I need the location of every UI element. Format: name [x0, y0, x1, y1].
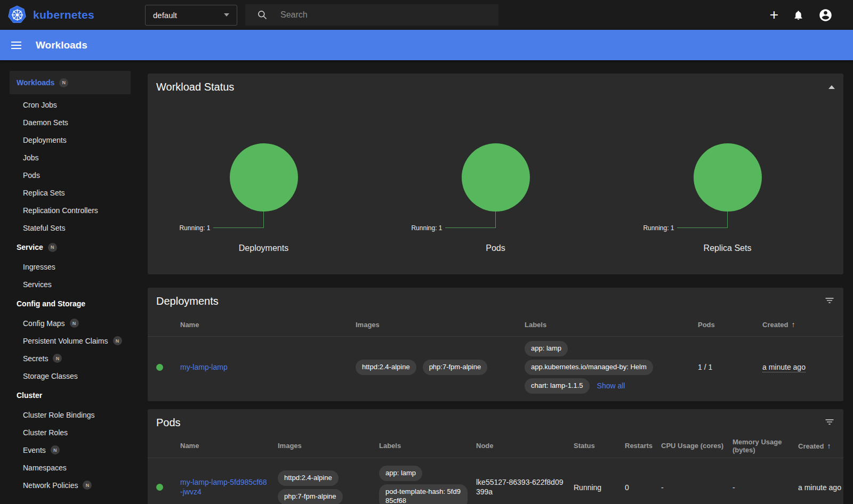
column-header-node[interactable]: Node — [476, 442, 574, 450]
column-header-restarts[interactable]: Restarts — [625, 442, 661, 450]
kubernetes-logo-icon — [7, 4, 28, 26]
pod-name-link[interactable]: my-lamp-lamp-5fd985cf68-jwvz4 — [180, 478, 267, 496]
sidebar-item-workloads[interactable]: WorkloadsN — [10, 71, 131, 94]
sidebar-item-label: Events — [23, 446, 46, 454]
pods-count: 1 / 1 — [698, 363, 762, 371]
notifications-bell-icon[interactable] — [793, 10, 804, 21]
sidebar-item-config-and-storage[interactable]: Config and Storage — [0, 293, 139, 314]
column-header-status[interactable]: Status — [574, 442, 625, 450]
column-header-pods[interactable]: Pods — [698, 321, 762, 329]
sidebar-item-cluster-role-bindings[interactable]: Cluster Role Bindings — [0, 406, 139, 424]
sidebar-item-label: Replica Sets — [23, 189, 65, 197]
chart-title: Pods — [380, 243, 611, 253]
label-chip: app: lamp — [379, 466, 422, 481]
status-ok-icon — [156, 484, 163, 491]
sidebar-item-daemon-sets[interactable]: Daemon Sets — [0, 113, 139, 131]
sidebar-item-cluster[interactable]: Cluster — [0, 385, 139, 406]
column-header-images[interactable]: Images — [278, 442, 379, 450]
table-row: my-lamp-lamp httpd:2.4-alpinephp:7-fpm-a… — [148, 337, 843, 401]
sidebar-item-label: Workloads — [17, 78, 54, 87]
sidebar-item-label: Namespaces — [23, 464, 67, 472]
sidebar-item-secrets[interactable]: SecretsN — [0, 349, 139, 367]
sidebar-item-label: Cluster Role Bindings — [23, 411, 95, 419]
sidebar-item-pods[interactable]: Pods — [0, 166, 139, 184]
namespace-selector[interactable]: default — [145, 5, 237, 26]
column-header-cpu-usage-cores[interactable]: CPU Usage (cores) — [661, 442, 733, 450]
namespaced-badge: N — [113, 336, 122, 345]
sidebar-item-jobs[interactable]: Jobs — [0, 149, 139, 166]
kubernetes-logo[interactable]: kubernetes — [0, 4, 139, 26]
namespaced-badge: N — [59, 78, 68, 87]
sidebar-item-label: Pods — [23, 171, 40, 180]
namespaced-badge: N — [53, 354, 62, 363]
chart-callout-label: Running: 1 — [411, 224, 442, 232]
sidebar-item-service[interactable]: ServiceN — [0, 237, 139, 258]
sidebar-item-label: Persistent Volume Claims — [23, 337, 108, 345]
deployment-name-link[interactable]: my-lamp-lamp — [180, 363, 228, 371]
sidebar-item-label: Network Policies — [23, 481, 78, 490]
sidebar-item-cluster-roles[interactable]: Cluster Roles — [0, 424, 139, 441]
page-title: Workloads — [36, 39, 87, 51]
sidebar-item-namespaces[interactable]: Namespaces — [0, 459, 139, 476]
donut-deployments — [230, 143, 298, 212]
chart-title: Replica Sets — [611, 243, 843, 253]
top-header: kubernetes default + — [0, 0, 853, 30]
deployments-card: Deployments NameImagesLabelsPodsCreated↑… — [148, 288, 843, 401]
filter-list-icon[interactable] — [824, 295, 835, 306]
sidebar-item-ingresses[interactable]: Ingresses — [0, 258, 139, 275]
label-chip: pod-template-hash: 5fd985cf68 — [379, 484, 468, 504]
donut-replica-sets — [694, 143, 762, 212]
column-header-name[interactable]: Name — [180, 442, 278, 450]
show-all-link[interactable]: Show all — [597, 381, 625, 390]
pod-node: lke55127-86393-622f8d09399a — [476, 478, 574, 497]
sidebar-item-deployments[interactable]: Deployments — [0, 131, 139, 149]
created-timeago: a minute ago — [762, 363, 806, 372]
column-header-labels[interactable]: Labels — [525, 321, 698, 329]
sort-ascending-icon: ↑ — [791, 320, 795, 329]
pod-restarts: 0 — [625, 483, 661, 492]
namespaced-badge: N — [83, 481, 92, 490]
sidebar-item-replication-controllers[interactable]: Replication Controllers — [0, 201, 139, 219]
sidebar-item-label: Ingresses — [23, 263, 55, 271]
collapse-icon[interactable] — [828, 85, 835, 89]
sidebar-item-config-maps[interactable]: Config MapsN — [0, 314, 139, 332]
column-header-memory-usage-bytes[interactable]: Memory Usage (bytes) — [733, 438, 798, 454]
column-header-labels[interactable]: Labels — [379, 442, 476, 450]
column-header-created[interactable]: Created↑ — [762, 320, 843, 329]
sidebar-item-events[interactable]: EventsN — [0, 441, 139, 459]
pods-title: Pods — [156, 417, 181, 429]
column-header-created[interactable]: Created↑ — [798, 442, 843, 450]
sidebar-item-label: Storage Classes — [23, 372, 78, 380]
sidebar-item-stateful-sets[interactable]: Stateful Sets — [0, 219, 139, 237]
sidebar-item-persistent-volume-claims[interactable]: Persistent Volume ClaimsN — [0, 332, 139, 349]
sidebar-item-label: Config and Storage — [17, 299, 85, 308]
label-chip: app.kubernetes.io/managed-by: Helm — [525, 360, 653, 375]
column-header-name[interactable]: Name — [180, 321, 356, 329]
label-chip: httpd:2.4-alpine — [278, 470, 339, 486]
workload-status-card: Workload Status Running: 1DeploymentsRun… — [148, 74, 843, 274]
sidebar-item-services[interactable]: Services — [0, 275, 139, 293]
search-input[interactable] — [280, 10, 462, 20]
status-ok-icon — [156, 364, 163, 371]
namespaced-badge: N — [51, 445, 60, 454]
sidebar-item-label: Replication Controllers — [23, 206, 98, 215]
search-icon — [257, 10, 268, 20]
column-header-images[interactable]: Images — [356, 321, 525, 329]
table-row: my-lamp-lamp-5fd985cf68-jwvz4 httpd:2.4-… — [148, 458, 843, 504]
filter-list-icon[interactable] — [824, 417, 835, 427]
sidebar-item-network-policies[interactable]: Network PoliciesN — [0, 476, 139, 494]
main-content: Workload Status Running: 1DeploymentsRun… — [139, 60, 853, 504]
status-chart-pods: Running: 1Pods — [380, 143, 611, 253]
kubernetes-dashboard: kubernetes default + — [0, 0, 853, 504]
sidebar-item-storage-classes[interactable]: Storage Classes — [0, 367, 139, 385]
sidebar-item-cron-jobs[interactable]: Cron Jobs — [0, 96, 139, 113]
search-bar — [245, 4, 498, 26]
sort-ascending-icon: ↑ — [827, 442, 831, 450]
user-avatar-icon[interactable] — [818, 8, 833, 22]
create-resource-icon[interactable]: + — [770, 10, 778, 20]
deployments-title: Deployments — [156, 295, 219, 307]
menu-hamburger-icon[interactable] — [11, 42, 21, 49]
chart-callout-label: Running: 1 — [179, 224, 210, 232]
sidebar-item-replica-sets[interactable]: Replica Sets — [0, 184, 139, 201]
workload-status-title: Workload Status — [156, 81, 234, 93]
